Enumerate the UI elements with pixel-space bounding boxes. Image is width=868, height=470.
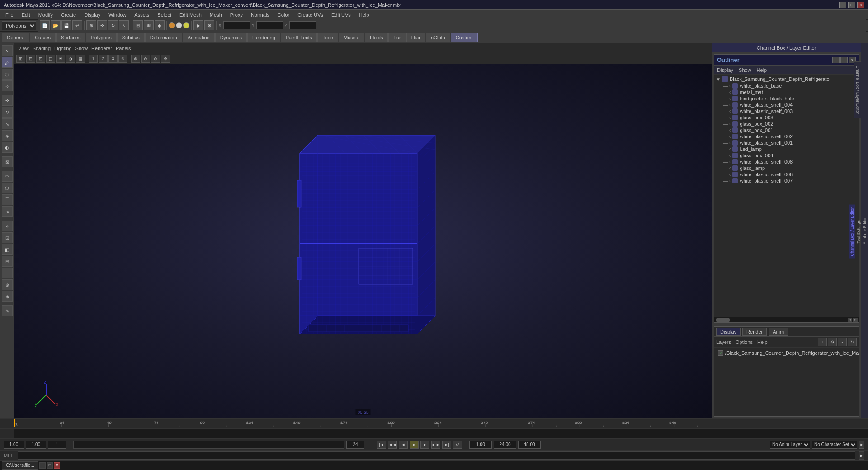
tab-animation[interactable]: Animation — [183, 33, 215, 42]
tab-fur[interactable]: Fur — [388, 33, 406, 42]
ol-item-glass-003[interactable]: — ○ glass_box_003 — [714, 114, 859, 121]
tab-general[interactable]: General — [2, 33, 29, 42]
play-forward[interactable]: ► — [410, 441, 419, 449]
tb-move[interactable]: ✛ — [97, 20, 107, 30]
tab-ncloth[interactable]: nCloth — [426, 33, 450, 42]
layer-tab-render[interactable]: Render — [742, 328, 767, 336]
tb-render[interactable]: ▶ — [193, 20, 203, 30]
menu-window[interactable]: Window — [105, 11, 130, 19]
menu-proxy[interactable]: Proxy — [226, 11, 246, 19]
timeline-expand[interactable]: ► — [859, 441, 864, 449]
tab-painteffects[interactable]: PaintEffects — [281, 33, 317, 42]
tab-deformation[interactable]: Deformation — [145, 33, 182, 42]
viewport-3d[interactable]: x y z persp — [14, 64, 712, 418]
layer-menu-options[interactable]: Options — [736, 339, 753, 345]
timeline-track[interactable] — [0, 428, 868, 438]
vt-cam-attr[interactable]: ⊘ — [151, 55, 160, 63]
tb-save[interactable]: 💾 — [61, 20, 71, 30]
ol-item-shelf-006[interactable]: — ○ white_plastic_shelf_006 — [714, 171, 859, 178]
tab-subdivs[interactable]: Subdivs — [117, 33, 145, 42]
status-expand[interactable]: ► — [859, 451, 864, 460]
vp-menu-show[interactable]: Show — [75, 46, 88, 51]
layer-item-main[interactable]: ✓ /Black_Samsung_Counter_Depth_Refrigera… — [716, 349, 857, 357]
tab-dynamics[interactable]: Dynamics — [215, 33, 247, 42]
vp-menu-view[interactable]: View — [18, 46, 29, 51]
ol-item-root[interactable]: ▼ Black_Samsung_Counter_Depth_Refrigerat… — [714, 75, 859, 83]
vt-grid[interactable]: ⊟ — [26, 55, 35, 63]
merge-vert[interactable]: ⊕ — [2, 291, 13, 302]
tb-snap-grid[interactable]: ⊞ — [133, 20, 143, 30]
vt-textures[interactable]: ▦ — [76, 55, 85, 63]
loop-btn[interactable]: ↺ — [453, 441, 462, 449]
vp-menu-panels[interactable]: Panels — [116, 46, 131, 51]
menu-select[interactable]: Select — [154, 11, 175, 19]
outliner-maximize[interactable]: □ — [840, 57, 848, 63]
sculpt-geo[interactable]: ◠ — [2, 171, 13, 182]
side-tab-channel[interactable]: Channel Box / Layer Editor — [849, 205, 855, 259]
ol-item-glass-lamp[interactable]: — ○ glass_lamp — [714, 165, 859, 171]
mel-command-input[interactable] — [18, 451, 855, 460]
tb-x-input[interactable] — [223, 21, 250, 29]
taskbar-maya[interactable]: C:\Users\file... — [2, 461, 38, 470]
tab-custom[interactable]: Custom — [451, 33, 478, 42]
menu-normals[interactable]: Normals — [247, 11, 273, 19]
menu-assets[interactable]: Assets — [131, 11, 153, 19]
tab-fluids[interactable]: Fluids — [365, 33, 388, 42]
vt-wireframe[interactable]: ⊡ — [36, 55, 45, 63]
tb-scale[interactable]: ⤡ — [119, 20, 129, 30]
layer-del-btn[interactable]: - — [838, 338, 847, 346]
ol-menu-display[interactable]: Display — [717, 67, 733, 73]
vt-smooth[interactable]: ⊚ — [118, 55, 127, 63]
ol-item-hindquarters[interactable]: — ○ hindquarters_black_hole — [714, 95, 859, 102]
next-frame[interactable]: ► — [420, 441, 429, 449]
vt-isolate[interactable]: ⊛ — [131, 55, 140, 63]
close-button[interactable]: X — [857, 2, 864, 8]
no-character-set-selector[interactable]: No Character Set — [812, 441, 857, 449]
birail[interactable]: ⋄ — [2, 221, 13, 231]
play-end[interactable]: ►| — [442, 441, 451, 449]
scale-tool[interactable]: ⤡ — [2, 118, 13, 129]
attribute-editor-tab[interactable]: Channel Box / Layer Editor — [854, 61, 861, 118]
menu-color[interactable]: Color — [274, 11, 293, 19]
split-poly[interactable]: ⋮ — [2, 268, 13, 278]
universal-manip[interactable]: ◈ — [2, 130, 13, 141]
layer-tab-display[interactable]: Display — [716, 328, 741, 336]
layer-options-btn[interactable]: ⚙ — [828, 338, 837, 346]
maximize-button[interactable]: □ — [848, 2, 855, 8]
paint-select[interactable]: ⊹ — [2, 80, 13, 91]
vt-shadows[interactable]: ◑ — [66, 55, 75, 63]
timeline-frame-number[interactable] — [48, 441, 66, 449]
next-key[interactable]: ►► — [431, 441, 440, 449]
vt-lights[interactable]: ☀ — [56, 55, 65, 63]
timeline-current-frame-left[interactable] — [26, 441, 46, 449]
side-tab-tool[interactable]: Tool Settings — [855, 217, 862, 246]
ol-item-glass-004[interactable]: — ○ glass_box_004 — [714, 152, 859, 159]
ol-item-metal-mat[interactable]: — ○ metal_mat — [714, 89, 859, 95]
tab-toon[interactable]: Toon — [317, 33, 338, 42]
tab-polygons[interactable]: Polygons — [86, 33, 116, 42]
ol-menu-show[interactable]: Show — [739, 67, 751, 73]
tab-hair[interactable]: Hair — [406, 33, 425, 42]
move-tool[interactable]: ✛ — [2, 95, 13, 106]
vt-persp[interactable]: ⊞ — [16, 55, 25, 63]
tb-z-input[interactable] — [289, 21, 316, 29]
outliner-hscrollbar[interactable]: ◄ ► — [714, 317, 859, 322]
tab-curves[interactable]: Curves — [30, 33, 56, 42]
prev-frame[interactable]: ◄ — [399, 441, 408, 449]
ol-item-shelf-008[interactable]: — ○ white_plastic_shelf_008 — [714, 159, 859, 165]
menu-edit-mesh[interactable]: Edit Mesh — [176, 11, 205, 19]
menu-display[interactable]: Display — [80, 11, 104, 19]
layer-tab-anim[interactable]: Anim — [769, 328, 788, 336]
bevel[interactable]: ◧ — [2, 244, 13, 255]
outliner-minimize[interactable]: _ — [832, 57, 840, 63]
tb-rotate[interactable]: ↻ — [108, 20, 118, 30]
menu-create-uvs[interactable]: Create UVs — [294, 11, 327, 19]
menu-edit-uvs[interactable]: Edit UVs — [328, 11, 354, 19]
tb-new[interactable]: 📄 — [40, 20, 50, 30]
tb-y-input[interactable] — [256, 21, 283, 29]
side-tab-attr[interactable]: Attribute Editor — [862, 215, 868, 247]
lasso-tool[interactable]: ◌ — [2, 69, 13, 80]
tab-muscle[interactable]: Muscle — [339, 33, 364, 42]
ol-item-glass-001[interactable]: — ○ glass_box_001 — [714, 127, 859, 133]
ep-curve[interactable]: ∿ — [2, 206, 13, 217]
